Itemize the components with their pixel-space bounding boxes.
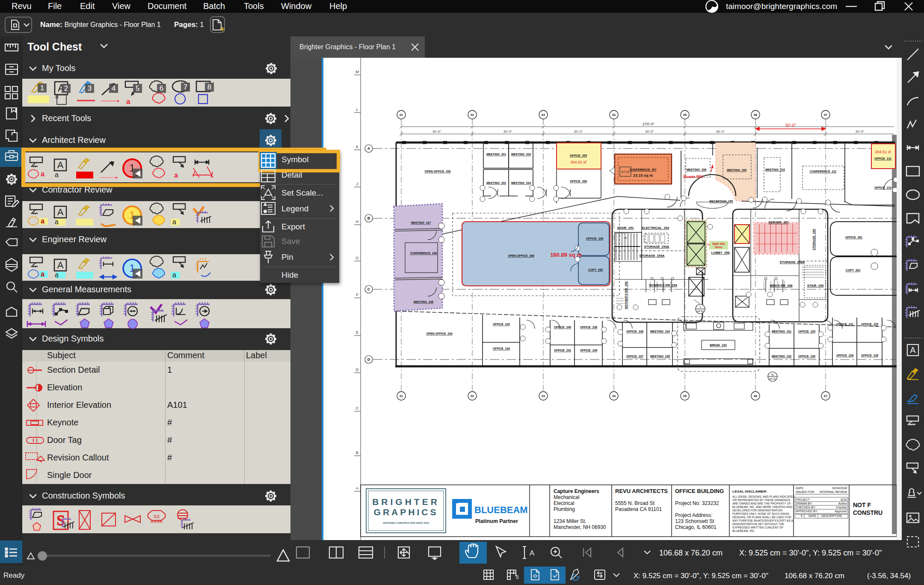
svg-text:30'-0": 30'-0" xyxy=(645,130,654,134)
svg-text:REVU ARCHITECTS: REVU ARCHITECTS xyxy=(615,488,668,494)
svg-text:Mechanical: Mechanical xyxy=(554,494,580,500)
svg-text:Approver: Approver xyxy=(835,510,847,513)
svg-text:OR REPRESENTED BY THESE DRAWIN: OR REPRESENTED BY THESE DRAWINGS xyxy=(732,499,791,502)
svg-text:A6.01: A6.01 xyxy=(769,377,776,380)
svg-text:OFFICE 227: OFFICE 227 xyxy=(836,323,853,326)
svg-text:OFFICE 243: OFFICE 243 xyxy=(493,347,510,350)
svg-text:ANY PURPOSE WHATSOEVER EXCEPT: ANY PURPOSE WHATSOEVER EXCEPT AS A xyxy=(732,519,794,522)
svg-text:OFFICE 212: OFFICE 212 xyxy=(874,157,891,160)
svg-text:07: 07 xyxy=(824,113,827,116)
svg-text:04: 04 xyxy=(612,395,616,398)
svg-text:CONSTRU: CONSTRU xyxy=(853,509,883,516)
svg-text:02: 02 xyxy=(471,395,474,398)
svg-text:23.15 sq m: 23.15 sq m xyxy=(633,173,653,178)
svg-text:EXPRESSED WRITTEN CONCENT OF: EXPRESSED WRITTEN CONCENT OF xyxy=(732,526,783,529)
svg-text:STORAGE 260: STORAGE 260 xyxy=(812,229,815,250)
svg-text:DESIGNS, OR PLANS SHALL BE USE: DESIGNS, OR PLANS SHALL BE USED FOR xyxy=(732,516,791,519)
svg-text:K: K xyxy=(356,145,358,149)
svg-text:A: A xyxy=(356,486,358,490)
svg-text:30'-0": 30'-0" xyxy=(856,130,865,134)
svg-text:03: 03 xyxy=(542,113,545,116)
svg-text:DIGITISING CONSTRUCTION SINCE: DIGITISING CONSTRUCTION SINCE 2003 xyxy=(383,522,429,524)
svg-text:Platinum Partner: Platinum Partner xyxy=(475,518,518,524)
svg-text:MEETING 201: MEETING 201 xyxy=(486,153,506,156)
svg-text:1234 Miller St.: 1234 Miller St. xyxy=(554,518,586,524)
svg-text:Plumbing: Plumbing xyxy=(554,506,575,512)
svg-text:OFFICE 261: OFFICE 261 xyxy=(845,236,862,239)
svg-text:MEETING 247: MEETING 247 xyxy=(411,221,431,224)
svg-text:LEGAL DISCLAIMER:: LEGAL DISCLAIMER: xyxy=(732,490,767,493)
svg-text:OFFICE 239: OFFICE 239 xyxy=(580,349,597,352)
svg-text:UP: UP xyxy=(624,237,627,239)
svg-text:SERVER 257: SERVER 257 xyxy=(768,220,788,224)
svg-text:123 Schonsett St: 123 Schonsett St xyxy=(675,518,714,524)
svg-text:Author: Author xyxy=(838,502,847,505)
svg-text:COPY 250: COPY 250 xyxy=(588,268,603,271)
svg-text:A7.01: A7.01 xyxy=(622,170,629,173)
svg-text:MEN'S RR 258: MEN'S RR 258 xyxy=(770,284,792,288)
svg-text:H: H xyxy=(356,220,359,224)
svg-text:D: D xyxy=(356,368,359,372)
svg-text:Manchester, NH 06930: Manchester, NH 06930 xyxy=(554,524,606,530)
svg-text:02: 02 xyxy=(471,113,474,116)
svg-text:NOT F: NOT F xyxy=(853,502,871,508)
svg-text:MOTHER'S RM 252: MOTHER'S RM 252 xyxy=(625,281,628,309)
svg-text:GRAPHICS: GRAPHICS xyxy=(374,507,438,517)
svg-text:INTERNAL REVIEW: INTERNAL REVIEW xyxy=(820,490,847,493)
svg-text:CHECKED BY:: CHECKED BY: xyxy=(796,506,816,509)
svg-text:DATE: DATE xyxy=(808,514,816,517)
svg-text:STORAGE 253A: STORAGE 253A xyxy=(644,245,669,249)
svg-text:OFFICE 213: OFFICE 213 xyxy=(874,186,891,189)
svg-text:BLUEBEAM: BLUEBEAM xyxy=(474,505,528,515)
svg-text:MEETING 210: MEETING 210 xyxy=(765,168,785,171)
svg-text:Capture Engineers: Capture Engineers xyxy=(554,488,599,494)
svg-text:Electrical: Electrical xyxy=(554,500,575,506)
svg-text:OFFICE 226: OFFICE 226 xyxy=(861,354,878,357)
svg-text:04: 04 xyxy=(612,113,616,116)
svg-text:B: B xyxy=(367,216,370,220)
svg-text:Project Address:: Project Address: xyxy=(675,512,712,518)
svg-text:Project No: 323232: Project No: 323232 xyxy=(675,500,719,506)
svg-text:30'-0": 30'-0" xyxy=(716,130,725,134)
svg-text:BRIGHTER: BRIGHTER xyxy=(372,497,440,507)
svg-text:OFFICE 242: OFFICE 242 xyxy=(493,323,510,326)
svg-text:L: L xyxy=(356,107,358,112)
svg-text:D: D xyxy=(367,357,370,362)
svg-text:Room 001: Room 001 xyxy=(683,174,703,179)
svg-text:J: J xyxy=(356,182,358,186)
svg-text:270'-0": 270'-0" xyxy=(643,122,654,126)
svg-text:5555 N. Broad St: 5555 N. Broad St xyxy=(615,500,655,506)
svg-text:3232: 3232 xyxy=(840,498,847,501)
svg-text:OFFICE 238: OFFICE 238 xyxy=(580,326,597,329)
svg-text:E: E xyxy=(356,330,358,335)
svg-text:MEETING 209: MEETING 209 xyxy=(727,169,746,172)
svg-text:PURPOSES ONLY. NONE OF SUCH ID: PURPOSES ONLY. NONE OF SUCH IDEAS, xyxy=(732,512,790,515)
svg-text:05: 05 xyxy=(683,113,687,116)
svg-text:MEETING 245: MEETING 245 xyxy=(414,300,433,303)
svg-text:CONFERENCE 211: CONFERENCE 211 xyxy=(810,170,837,173)
svg-text:MEETING 235: MEETING 235 xyxy=(650,355,670,358)
svg-text:A: A xyxy=(367,146,370,151)
svg-text:ELECTRICAL 253: ELECTRICAL 253 xyxy=(642,226,669,230)
svg-text:#: # xyxy=(801,514,803,517)
svg-text:05: 05 xyxy=(683,395,687,398)
svg-text:STORAGE 254A: STORAGE 254A xyxy=(639,254,665,258)
svg-text:CONFERENCE 207: CONFERENCE 207 xyxy=(630,168,657,171)
svg-text:DATE: DATE xyxy=(796,487,803,490)
svg-text:204.62 sf: 204.62 sf xyxy=(570,160,586,164)
svg-text:OFFICE 237: OFFICE 237 xyxy=(626,355,643,358)
svg-text:30'-0": 30'-0" xyxy=(785,123,796,128)
svg-text:MEETING 231: MEETING 231 xyxy=(772,330,791,333)
svg-text:MEETING 204: MEETING 204 xyxy=(511,181,531,184)
svg-text:CONFERENCE 246: CONFERENCE 246 xyxy=(410,252,437,255)
svg-text:ALL IDEAS, DESIGNS, AND PLANS: ALL IDEAS, DESIGNS, AND PLANS INDICATED xyxy=(732,495,795,498)
svg-text:01: 01 xyxy=(400,395,403,398)
svg-text:ISSUED FOR:: ISSUED FOR: xyxy=(796,490,815,493)
svg-text:OPEN OFFICE 200: OPEN OFFICE 200 xyxy=(424,170,450,173)
svg-text:Pasadena CA 91101: Pasadena CA 91101 xyxy=(615,506,662,512)
svg-text:MEETING 232: MEETING 232 xyxy=(772,355,791,358)
svg-text:STORAGE 258A: STORAGE 258A xyxy=(779,260,805,264)
svg-text:Split into: Split into xyxy=(712,242,725,246)
svg-text:06: 06 xyxy=(754,113,757,116)
svg-text:STAIR 251: STAIR 251 xyxy=(617,226,634,230)
